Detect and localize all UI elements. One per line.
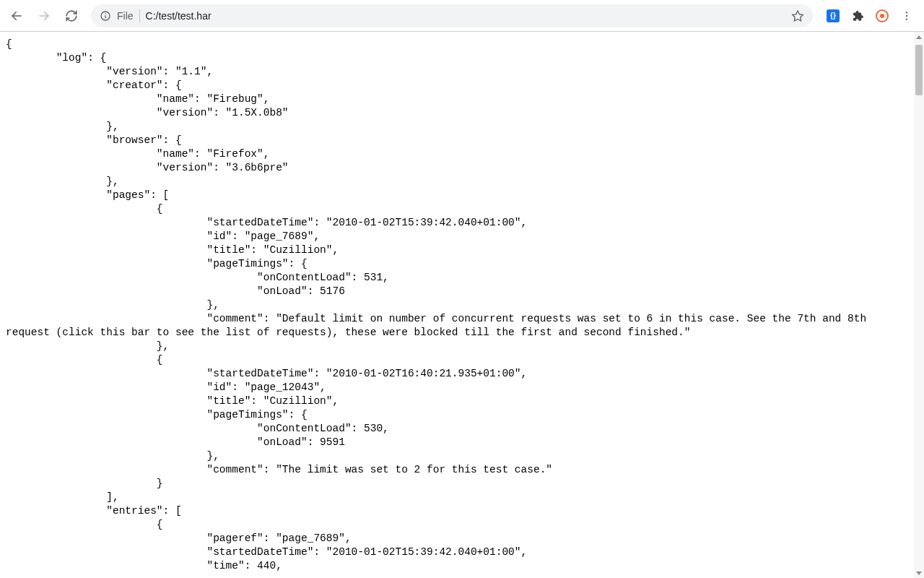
scrollbar-up-button[interactable] [914,32,924,42]
puzzle-icon [851,9,864,22]
kebab-icon [901,10,912,22]
bookmark-button[interactable] [790,8,806,24]
svg-marker-5 [793,10,803,20]
address-bar[interactable]: File C:/test/test.har [91,4,813,27]
arrow-left-icon [10,9,23,22]
extensions-group [820,6,920,26]
json-icon [827,9,840,22]
star-icon [791,9,804,22]
info-icon [100,10,111,22]
separator [139,9,140,22]
scrollbar-down-button[interactable] [914,568,924,578]
circle-dot-icon [876,9,889,22]
extension-circle[interactable] [872,6,892,26]
har-json-text[interactable]: { "log": { "version": "1.1", "creator": … [0,32,914,578]
viewport: { "log": { "version": "1.1", "creator": … [0,32,924,578]
svg-point-8 [906,18,907,20]
extension-json-viewer[interactable] [823,6,843,26]
back-button[interactable] [4,4,29,28]
url-text: C:/test/test.har [146,10,784,22]
reload-icon [65,9,78,22]
svg-point-4 [105,13,105,14]
svg-point-7 [906,14,907,16]
reload-button[interactable] [59,4,84,28]
forward-button[interactable] [32,4,56,28]
arrow-right-icon [38,9,51,22]
page-content: { "log": { "version": "1.1", "creator": … [0,32,924,578]
browser-menu-button[interactable] [897,6,917,26]
vertical-scrollbar[interactable] [914,32,924,578]
svg-point-6 [906,12,907,13]
browser-toolbar: File C:/test/test.har [0,0,924,32]
extensions-button[interactable] [847,6,868,26]
file-badge: File [117,10,134,22]
scrollbar-thumb[interactable] [915,45,923,95]
